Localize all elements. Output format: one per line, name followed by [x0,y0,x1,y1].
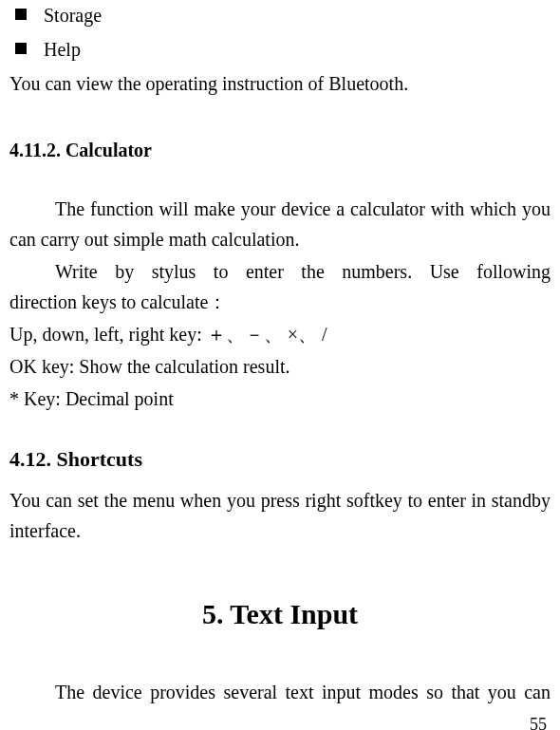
chapter-heading-text-input: 5. Text Input [9,591,551,637]
list-item: Storage [9,0,551,30]
calculator-ok-line: OK key: Show the calculation result. [9,351,551,382]
calculator-para1: The function will make your device a cal… [9,194,551,254]
calculator-para2a: Write by stylus to enter the numbers. Us… [9,256,551,287]
bullet-list: Storage Help [9,0,551,65]
calculator-para2b: direction keys to calculate： [9,287,551,317]
shortcuts-para: You can set the menu when you press righ… [9,485,551,546]
help-description: You can view the operating instruction o… [9,68,551,99]
section-heading-calculator: 4.11.2. Calculator [9,135,551,165]
calculator-keys-line: Up, down, left, right key: ＋、－、 ×、 / [9,319,551,349]
page-number: 55 [9,711,551,730]
square-bullet-icon [15,9,27,20]
list-item-text: Storage [44,0,551,30]
text-input-para: The device provides several text input m… [9,677,551,707]
section-heading-shortcuts: 4.12. Shortcuts [9,442,551,476]
square-bullet-icon [15,43,27,54]
list-item: Help [9,34,551,65]
list-item-text: Help [44,34,551,65]
calculator-star-line: * Key: Decimal point [9,384,551,414]
